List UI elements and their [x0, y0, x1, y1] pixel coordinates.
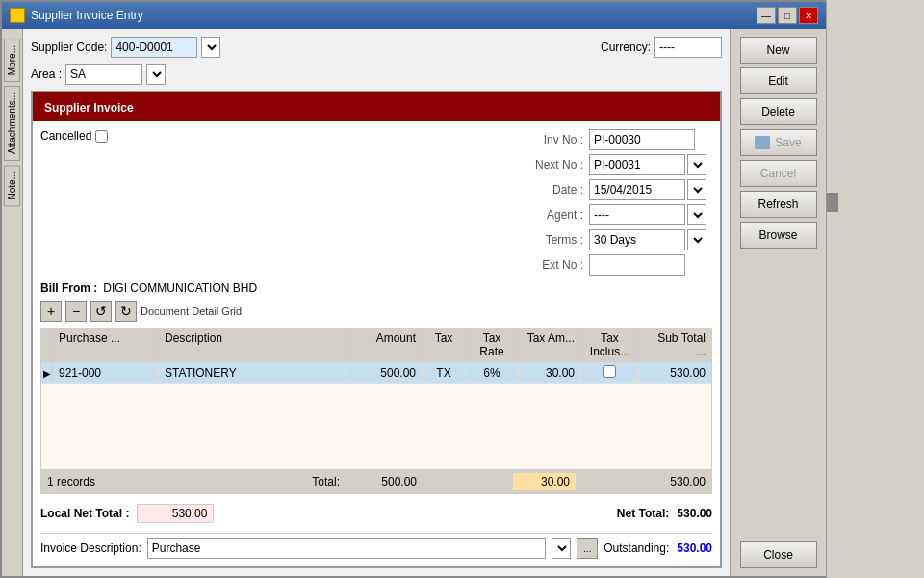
col-header-taxrate: Tax Rate — [466, 328, 519, 361]
col-header-subtotal: Sub Total ... — [639, 328, 711, 361]
invoice-desc-input[interactable] — [147, 538, 547, 559]
invoice-desc-dropdown[interactable] — [552, 538, 571, 559]
terms-input[interactable] — [589, 229, 685, 250]
attachments-tab[interactable]: Attachments... — [4, 86, 20, 161]
edit-button[interactable]: Edit — [740, 67, 817, 94]
cancelled-label: Cancelled — [40, 129, 91, 143]
table-row[interactable]: ▶ 921-000 STATIONERY 500.00 TX 6% 30.00 … — [41, 362, 711, 384]
more-tab[interactable]: More... — [4, 39, 20, 82]
date-input[interactable] — [589, 179, 685, 200]
save-button[interactable]: Save — [740, 129, 817, 156]
supplier-code-label: Supplier Code: — [31, 40, 107, 54]
redo-button[interactable]: ↻ — [116, 301, 137, 322]
row-indicator: ▶ — [41, 365, 53, 381]
agent-input[interactable] — [589, 204, 685, 225]
tax-inclusive-checkbox[interactable] — [603, 365, 616, 378]
net-total-label: Net Total: — [617, 507, 669, 520]
date-dropdown[interactable] — [687, 179, 706, 200]
outstanding-value: 530.00 — [677, 541, 712, 555]
close-button[interactable]: Close — [740, 541, 817, 568]
area-input[interactable] — [65, 64, 142, 85]
footer-total-tax: 30.00 — [513, 473, 576, 490]
invoice-header: Supplier Invoice — [33, 92, 720, 121]
browse-button[interactable]: Browse — [740, 222, 817, 249]
outstanding-label: Outstanding: — [603, 541, 669, 555]
cell-tax: TX — [423, 363, 466, 382]
cell-taxincl[interactable] — [581, 362, 639, 383]
undo-button[interactable]: ↺ — [90, 301, 112, 322]
cell-subtotal: 530.00 — [639, 363, 711, 382]
close-window-button[interactable]: ✕ — [799, 7, 818, 24]
area-dropdown[interactable] — [146, 64, 166, 85]
col-header-tax: Tax — [423, 328, 466, 361]
col-header-taxamt: Tax Am... — [519, 328, 581, 361]
side-tabs: More... Attachments... Note... — [2, 29, 23, 576]
refresh-button[interactable]: Refresh — [740, 191, 817, 218]
net-total-value: 530.00 — [677, 507, 712, 520]
col-header-description: Description — [159, 328, 346, 361]
grid-header: Purchase ... Description Amount Tax Tax … — [41, 328, 711, 362]
supplier-code-dropdown[interactable] — [201, 37, 220, 58]
local-net-total-label: Local Net Total : — [40, 507, 129, 520]
cell-taxamt: 30.00 — [519, 363, 581, 382]
terms-label: Terms : — [535, 233, 583, 247]
note-tab[interactable]: Note... — [4, 165, 20, 206]
footer-total-subtotal: 530.00 — [633, 475, 706, 488]
cell-purchase: 921-000 — [53, 363, 159, 382]
col-header-amount: Amount — [346, 328, 423, 361]
currency-label: Currency: — [601, 40, 651, 54]
add-row-button[interactable]: + — [40, 301, 62, 322]
footer-records: 1 records — [47, 475, 95, 488]
right-panel: New Edit Delete Save Cancel Refresh Brow… — [730, 29, 826, 576]
invoice-desc-extra-button[interactable]: ... — [577, 538, 598, 559]
cancelled-checkbox[interactable] — [95, 130, 108, 143]
footer-total-label: Total: — [95, 475, 340, 488]
next-no-label: Next No : — [535, 158, 583, 171]
minimize-button[interactable]: — — [757, 7, 776, 24]
date-label: Date : — [535, 183, 583, 197]
save-icon — [755, 136, 770, 149]
title-bar: Supplier Invoice Entry — □ ✕ — [2, 2, 826, 29]
bill-from-label: Bill From : — [40, 281, 97, 295]
next-no-dropdown[interactable] — [687, 154, 706, 175]
bill-from-value: DIGI COMMUNICATION BHD — [103, 281, 257, 295]
next-no-input[interactable] — [589, 154, 685, 175]
remove-row-button[interactable]: − — [65, 301, 87, 322]
grid-footer: 1 records Total: 500.00 30.00 530.00 — [41, 469, 711, 493]
invoice-desc-label: Invoice Description: — [40, 541, 141, 555]
invoice-title: Supplier Invoice — [44, 101, 134, 115]
col-header-purchase: Purchase ... — [53, 328, 159, 361]
local-net-total-value: 530.00 — [137, 504, 214, 523]
grid-title: Document Detail Grid — [141, 305, 242, 317]
cell-taxrate: 6% — [466, 363, 519, 382]
maximize-button[interactable]: □ — [778, 7, 797, 24]
delete-button[interactable]: Delete — [740, 98, 817, 125]
window-title: Supplier Invoice Entry — [31, 9, 143, 22]
new-button[interactable]: New — [740, 37, 817, 64]
inv-no-input[interactable] — [589, 129, 695, 150]
grid-body: ▶ 921-000 STATIONERY 500.00 TX 6% 30.00 … — [41, 362, 711, 469]
terms-dropdown[interactable] — [687, 229, 706, 250]
window-icon — [10, 8, 25, 23]
supplier-code-input[interactable] — [111, 37, 197, 58]
ext-no-label: Ext No : — [535, 258, 583, 272]
cell-description: STATIONERY — [159, 363, 346, 382]
inv-no-label: Inv No : — [535, 133, 583, 146]
area-label: Area : — [31, 67, 62, 81]
agent-dropdown[interactable] — [687, 204, 706, 225]
footer-total-amount: 500.00 — [340, 475, 417, 488]
currency-input[interactable] — [654, 37, 722, 58]
col-header-taxincl: Tax Inclus... — [581, 328, 639, 361]
ext-no-input[interactable] — [589, 254, 685, 276]
cancel-button[interactable]: Cancel — [740, 160, 817, 187]
agent-label: Agent : — [535, 208, 583, 222]
cell-amount: 500.00 — [346, 363, 423, 382]
